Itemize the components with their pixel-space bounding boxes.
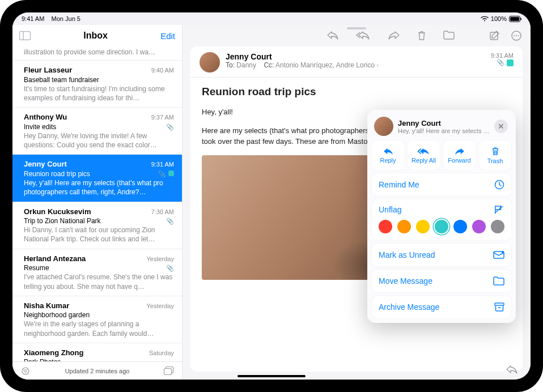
status-time: 9:41 AM	[22, 15, 44, 22]
svg-rect-1	[510, 17, 519, 21]
flag-color-option[interactable]	[416, 220, 430, 233]
reply-button[interactable]: Reply	[372, 140, 404, 170]
compose-icon[interactable]	[490, 31, 500, 41]
mail-item[interactable]: Jenny Court9:31 AMReunion road trip pics…	[12, 155, 182, 202]
message-subject: Reunion road trip pics	[202, 86, 511, 98]
status-bar: 9:41 AM Mon Jun 5 100%	[12, 12, 531, 25]
message-header: Jenny Court To: Danny Cc: Antonio Manríq…	[190, 46, 523, 78]
remind-me-button[interactable]: Remind Me	[372, 173, 511, 196]
archive-icon	[494, 302, 504, 312]
flag-color-option[interactable]	[472, 220, 486, 233]
flag-color-option[interactable]	[379, 220, 392, 233]
folder-move-icon	[493, 276, 504, 286]
reply-all-button[interactable]: Reply All	[408, 140, 440, 170]
mail-item-fragment[interactable]: illustration to provide some direction. …	[12, 46, 182, 61]
unflag-icon	[494, 205, 504, 214]
svg-point-19	[502, 251, 504, 253]
sidebar-toggle-icon[interactable]	[19, 31, 31, 40]
battery-percent: 100%	[491, 15, 507, 22]
status-left: 9:41 AM Mon Jun 5	[22, 15, 80, 22]
inbox-title: Inbox	[31, 31, 160, 41]
mail-list[interactable]: illustration to provide some direction. …	[12, 46, 182, 361]
flag-icon	[168, 171, 174, 176]
quick-reply-icon[interactable]	[506, 365, 518, 374]
mail-preview: illustration to provide some direction. …	[24, 48, 174, 57]
popover-preview: Hey, y'all! Here are my selects (that's…	[398, 127, 490, 134]
attachment-icon: 📎	[158, 171, 166, 177]
mail-app: Inbox Edit illustration to provide some …	[12, 25, 531, 380]
status-date: Mon Jun 5	[52, 15, 80, 22]
mail-item[interactable]: Anthony Wu9:37 AMInvite edits📎Hey Danny,…	[12, 108, 182, 155]
mail-item[interactable]: Nisha KumarYesterdayNeighborhood gardenW…	[12, 296, 182, 343]
attachment-icon: 📎	[166, 265, 174, 271]
folder-icon[interactable]	[443, 31, 455, 41]
content-pane: Jenny Court To: Danny Cc: Antonio Manríq…	[183, 25, 531, 380]
svg-rect-20	[495, 303, 504, 305]
reply-all-icon[interactable]	[356, 31, 371, 41]
message-time: 9:31 AM	[491, 52, 514, 59]
popover-avatar	[374, 117, 393, 136]
reply-icon[interactable]	[326, 31, 339, 41]
message-actions-popover: Jenny Court Hey, y'all! Here are my sele…	[367, 110, 516, 323]
edit-button[interactable]: Edit	[160, 31, 175, 41]
svg-point-14	[516, 35, 517, 36]
svg-point-13	[514, 35, 515, 36]
recipients-line[interactable]: To: Danny Cc: Antonio Manríquez, Andre L…	[226, 61, 485, 69]
archive-message-button[interactable]: Archive Message	[372, 296, 511, 318]
flag-indicator	[507, 59, 514, 66]
attachment-icon: 📎	[166, 123, 174, 130]
mark-unread-button[interactable]: Mark as Unread	[372, 244, 511, 266]
sidebar-footer: Updated 2 minutes ago	[12, 361, 182, 380]
popover-header: Jenny Court Hey, y'all! Here are my sele…	[372, 114, 511, 140]
close-icon[interactable]: ✕	[494, 120, 508, 133]
trash-button[interactable]: Trash	[479, 140, 511, 170]
mail-item[interactable]: Orkun Kucuksevim7:30 AMTrip to Zion Nati…	[12, 202, 182, 249]
mail-item[interactable]: Fleur Lasseur9:40 AMBaseball team fundra…	[12, 61, 182, 108]
home-indicator[interactable]	[237, 375, 306, 377]
sidebar: Inbox Edit illustration to provide some …	[12, 25, 183, 380]
updated-label: Updated 2 minutes ago	[31, 368, 164, 374]
windows-icon[interactable]	[164, 367, 174, 376]
trash-icon[interactable]	[417, 31, 426, 41]
sender-name[interactable]: Jenny Court	[226, 52, 485, 61]
flag-color-option[interactable]	[435, 220, 448, 233]
sender-avatar[interactable]	[200, 52, 220, 73]
ipad-frame: 9:41 AM Mon Jun 5 100% Inbox Edit	[0, 0, 543, 392]
svg-rect-3	[20, 32, 31, 40]
sidebar-header: Inbox Edit	[12, 25, 182, 46]
clock-icon	[494, 180, 504, 190]
flag-color-option[interactable]	[453, 220, 467, 233]
filter-icon[interactable]	[20, 367, 31, 375]
attachment-icon: 📎	[166, 218, 174, 224]
battery-icon	[509, 16, 521, 22]
forward-button[interactable]: Forward	[443, 140, 476, 170]
wifi-icon	[481, 16, 489, 22]
more-icon[interactable]	[511, 31, 521, 41]
forward-icon[interactable]	[388, 31, 400, 41]
flag-colors	[379, 220, 504, 233]
move-message-button[interactable]: Move Message	[372, 270, 511, 292]
svg-rect-10	[164, 368, 172, 374]
flag-section: Unflag	[372, 199, 511, 240]
mail-item[interactable]: Xiaomeng ZhongSaturdayPark PhotosHi Dann…	[12, 343, 182, 361]
flag-color-option[interactable]	[491, 220, 504, 233]
flag-color-option[interactable]	[397, 220, 411, 233]
attachment-icon: 📎	[497, 59, 504, 66]
message-toolbar	[183, 25, 531, 46]
unflag-button[interactable]: Unflag	[379, 205, 401, 214]
screen: 9:41 AM Mon Jun 5 100% Inbox Edit	[12, 12, 531, 380]
envelope-icon	[493, 251, 504, 259]
mail-item[interactable]: Herland AntezanaYesterdayResume📎I've att…	[12, 249, 182, 296]
popover-sender: Jenny Court	[398, 119, 490, 127]
status-right: 100%	[481, 15, 521, 22]
svg-point-15	[518, 35, 519, 36]
svg-rect-2	[521, 18, 522, 20]
